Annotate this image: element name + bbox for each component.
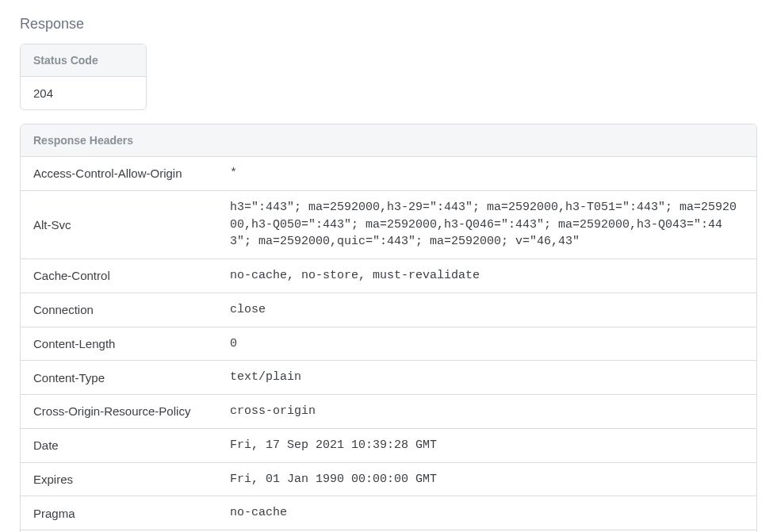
header-value: * — [217, 157, 756, 190]
table-row: Connectionclose — [21, 293, 756, 327]
header-name: Cross-Origin-Resource-Policy — [21, 395, 217, 429]
header-value: no-cache, no-store, must-revalidate — [217, 259, 756, 293]
table-row: Content-Typetext/plain — [21, 361, 756, 395]
table-row: ExpiresFri, 01 Jan 1990 00:00:00 GMT — [21, 462, 756, 496]
response-section-title: Response — [20, 16, 757, 33]
table-row: DateFri, 17 Sep 2021 10:39:28 GMT — [21, 428, 756, 462]
header-value: Fri, 17 Sep 2021 10:39:28 GMT — [217, 428, 756, 462]
status-code-label: Status Code — [21, 44, 146, 77]
header-name: Access-Control-Allow-Origin — [21, 157, 217, 190]
response-headers-card: Response Headers Access-Control-Allow-Or… — [20, 124, 757, 532]
response-headers-label: Response Headers — [21, 124, 756, 157]
header-name: Content-Length — [21, 327, 217, 361]
header-name: Connection — [21, 293, 217, 327]
header-name: Alt-Svc — [21, 190, 217, 258]
status-code-card: Status Code 204 — [20, 44, 147, 110]
table-row: Cross-Origin-Resource-Policycross-origin — [21, 395, 756, 429]
header-value: h3=":443"; ma=2592000,h3-29=":443"; ma=2… — [217, 190, 756, 258]
header-name: Content-Type — [21, 361, 217, 395]
status-code-value: 204 — [21, 77, 146, 109]
header-value: Fri, 01 Jan 1990 00:00:00 GMT — [217, 462, 756, 496]
header-value: cross-origin — [217, 395, 756, 429]
table-row: Access-Control-Allow-Origin* — [21, 157, 756, 190]
table-row: Content-Length0 — [21, 327, 756, 361]
header-value: 0 — [217, 327, 756, 361]
response-headers-table: Access-Control-Allow-Origin*Alt-Svch3=":… — [21, 157, 756, 532]
header-value: text/plain — [217, 361, 756, 395]
header-name: Cache-Control — [21, 259, 217, 293]
header-value: close — [217, 293, 756, 327]
header-name: Expires — [21, 462, 217, 496]
table-row: Pragmano-cache — [21, 496, 756, 530]
table-row: Cache-Controlno-cache, no-store, must-re… — [21, 259, 756, 293]
header-value: no-cache — [217, 496, 756, 530]
table-row: Alt-Svch3=":443"; ma=2592000,h3-29=":443… — [21, 190, 756, 258]
header-name: Date — [21, 428, 217, 462]
header-name: Pragma — [21, 496, 217, 530]
